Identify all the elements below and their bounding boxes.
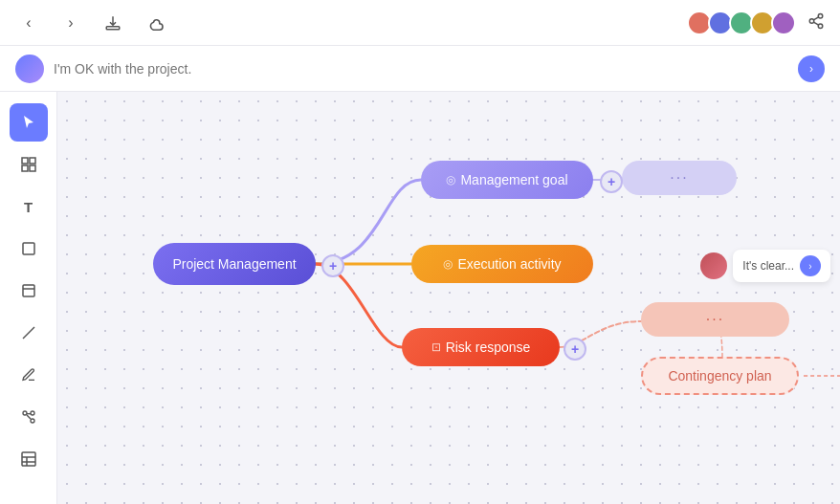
svg-line-5 xyxy=(813,16,818,19)
chat-send-button[interactable]: › xyxy=(798,55,825,82)
user-avatar xyxy=(15,55,44,83)
cloud-button[interactable] xyxy=(142,10,168,36)
svg-line-16 xyxy=(27,415,31,419)
avatar xyxy=(771,11,796,35)
tool-connect[interactable] xyxy=(10,398,48,436)
management-goal-icon: ◎ xyxy=(446,173,455,186)
svg-point-17 xyxy=(31,411,34,415)
contingency-label: Contingency plan xyxy=(668,368,771,383)
svg-rect-10 xyxy=(23,243,34,254)
comment-text-box: It's clear... › xyxy=(733,250,830,282)
svg-rect-6 xyxy=(22,158,28,164)
node-placeholder-mid[interactable]: ··· xyxy=(641,302,789,337)
project-management-label: Project Management xyxy=(172,256,296,272)
node-placeholder-top[interactable]: ··· xyxy=(622,161,737,195)
comment-bubble: It's clear... › xyxy=(700,250,830,282)
node-execution-activity[interactable]: ◎ Execution activity xyxy=(411,245,593,283)
risk-response-label: Risk response xyxy=(446,340,531,355)
tool-text[interactable]: T xyxy=(10,187,48,226)
chat-input[interactable] xyxy=(54,61,788,77)
connector-svg xyxy=(57,92,840,504)
execution-icon: ◎ xyxy=(443,257,453,271)
share-button[interactable] xyxy=(807,12,825,33)
node-project-management[interactable]: Project Management xyxy=(153,243,316,285)
tool-sticky[interactable] xyxy=(10,272,48,310)
svg-rect-9 xyxy=(30,165,35,171)
placeholder-top-dots: ··· xyxy=(670,169,688,186)
svg-rect-11 xyxy=(23,285,34,296)
svg-rect-7 xyxy=(30,158,35,164)
svg-line-13 xyxy=(23,327,34,339)
tool-grid[interactable] xyxy=(10,145,48,184)
tool-line[interactable] xyxy=(10,314,48,352)
topbar: ‹ › xyxy=(0,0,840,46)
topbar-left: ‹ › xyxy=(15,10,168,36)
tool-frame[interactable] xyxy=(10,230,48,268)
left-toolbar: T xyxy=(0,92,57,504)
tool-pen[interactable] xyxy=(10,356,48,394)
tool-table[interactable] xyxy=(10,440,48,478)
svg-rect-0 xyxy=(106,26,120,29)
svg-point-2 xyxy=(809,18,814,23)
plus-button-goal[interactable]: + xyxy=(600,170,623,193)
svg-line-4 xyxy=(813,22,818,25)
forward-button[interactable]: › xyxy=(57,10,84,36)
execution-label: Execution activity xyxy=(457,256,561,272)
back-button[interactable]: ‹ xyxy=(15,10,42,36)
comment-text: It's clear... xyxy=(742,259,794,273)
topbar-right xyxy=(687,11,825,35)
svg-point-14 xyxy=(23,411,27,415)
canvas-area: Project Management ◎ Management goal ◎ E… xyxy=(57,92,840,504)
commenter-avatar xyxy=(700,252,727,279)
svg-point-1 xyxy=(818,13,823,18)
comment-send-button[interactable]: › xyxy=(800,255,821,276)
risk-icon: ⊡ xyxy=(431,340,441,354)
svg-rect-19 xyxy=(22,452,35,466)
node-management-goal[interactable]: ◎ Management goal xyxy=(421,161,593,199)
plus-button-project[interactable]: + xyxy=(321,254,344,277)
svg-point-3 xyxy=(818,24,823,29)
node-contingency-plan[interactable]: Contingency plan xyxy=(641,357,799,395)
management-goal-label: Management goal xyxy=(460,172,567,187)
placeholder-mid-dots: ··· xyxy=(706,311,724,328)
avatar-group xyxy=(687,11,796,35)
node-risk-response[interactable]: ⊡ Risk response xyxy=(402,328,560,366)
tool-pointer[interactable] xyxy=(10,103,48,142)
chat-bar: › xyxy=(0,46,840,92)
svg-rect-8 xyxy=(22,165,28,171)
download-button[interactable] xyxy=(99,10,126,36)
plus-button-risk[interactable]: + xyxy=(564,338,586,361)
svg-point-15 xyxy=(31,419,34,423)
